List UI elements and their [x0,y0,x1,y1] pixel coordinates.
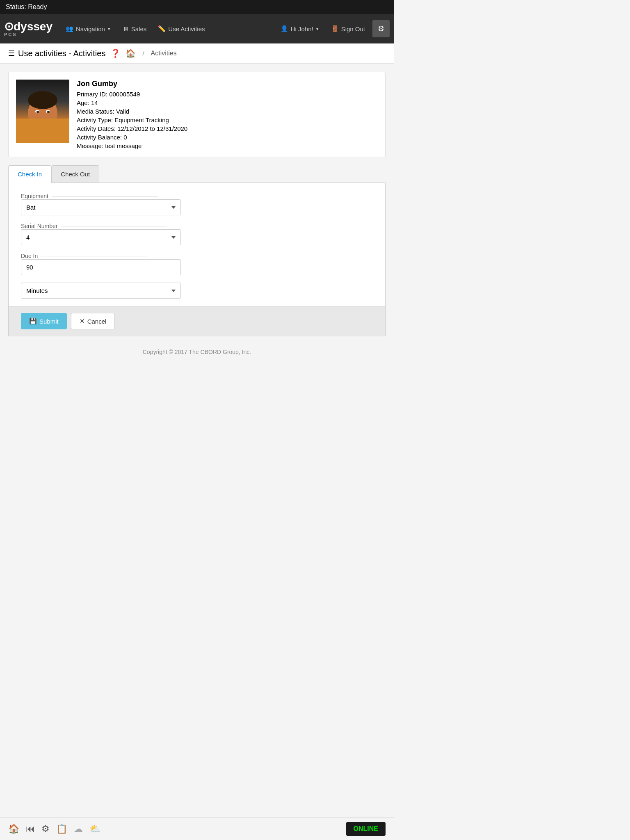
svg-point-4 [28,91,57,109]
tabs: Check In Check Out [8,165,386,183]
bottom-bar: 🏠 ⏮ ⚙ 📋 ☁ ⛅ ONLINE [0,817,394,840]
person-info: Jon Gumby Primary ID: 000005549 Age: 14 … [77,80,187,149]
breadcrumb: Activities [151,50,177,57]
person-message: Message: test message [77,142,187,149]
equipment-label-line: Equipment [21,193,373,199]
nav-sales[interactable]: 🖥 Sales [117,14,153,43]
tab-checkin-label: Check In [18,171,42,178]
svg-point-7 [37,111,39,113]
svg-rect-2 [37,123,48,135]
bottom-home-icon[interactable]: 🏠 [8,824,19,834]
person-activity-type: Activity Type: Equipment Tracking [77,116,187,123]
equipment-group: Equipment Bat [21,193,373,215]
nav-sales-label: Sales [131,25,147,32]
help-icon[interactable]: ❓ [110,48,121,58]
person-photo [16,80,69,143]
logo[interactable]: ⊙dyssey PCS [4,21,52,37]
due-in-label: Due In [21,253,41,259]
time-unit-select[interactable]: Minutes Hours Days [21,283,181,299]
sales-icon: 🖥 [123,25,129,32]
person-activity-dates: Activity Dates: 12/12/2012 to 12/31/2020 [77,125,187,132]
bottom-back-icon[interactable]: ⏮ [26,824,35,834]
person-primary-id: Primary ID: 000005549 [77,91,187,98]
cancel-label: Cancel [87,318,107,325]
chevron-down-icon: ▼ [107,27,111,31]
bottom-settings-icon[interactable]: ⚙ [41,824,50,834]
tab-checkin[interactable]: Check In [8,165,51,183]
user-icon: 👤 [281,25,288,32]
nav-use-activities[interactable]: ✏️ Use Activities [152,14,210,43]
main-content: Jon Gumby Primary ID: 000005549 Age: 14 … [0,64,394,372]
equipment-label: Equipment [21,193,52,199]
person-name: Jon Gumby [77,80,187,88]
submit-button[interactable]: 💾 Submit [21,313,67,329]
serial-label-line: Serial Number [21,223,373,229]
cancel-button[interactable]: ✕ Cancel [71,313,115,329]
navbar: ⊙dyssey PCS 👥 Navigation ▼ 🖥 Sales ✏️ Us… [0,14,394,43]
status-bar: Status: Ready [0,0,394,14]
form-actions: 💾 Submit ✕ Cancel [9,306,385,336]
svg-point-1 [20,127,65,143]
nav-user-label: Hi John! [291,25,313,32]
use-activities-icon: ✏️ [158,25,166,32]
logo-main: ⊙dyssey [4,21,52,32]
bottom-upload-icon[interactable]: ☁ [74,824,83,834]
person-media-status: Media Status: Valid [77,108,187,115]
due-in-label-line: Due In [21,253,373,259]
bottom-book-icon[interactable]: 📋 [56,824,67,834]
nav-navigation[interactable]: 👥 Navigation ▼ [60,14,117,43]
copyright-text: Copyright © 2017 The CBORD Group, Inc. [143,349,251,355]
serial-number-select[interactable]: 4 [21,229,181,245]
svg-marker-10 [41,126,44,128]
cancel-icon: ✕ [80,317,85,325]
person-activity-balance: Activity Balance: 0 [77,134,187,141]
tab-checkout[interactable]: Check Out [51,165,99,183]
page-title-text: Use activities - Activities [18,49,105,58]
nav-user[interactable]: 👤 Hi John! ▼ [275,14,325,43]
serial-number-label: Serial Number [21,223,61,229]
status-text: Status: Ready [6,3,47,10]
equipment-select[interactable]: Bat [21,199,181,215]
person-age: Age: 14 [77,99,187,106]
online-label: ONLINE [354,825,378,832]
settings-button[interactable]: ⚙ [372,20,390,37]
settings-icon: ⚙ [378,24,384,33]
nav-sign-out[interactable]: 🚪 Sign Out [325,14,371,43]
due-in-input[interactable] [21,259,181,275]
tab-checkout-label: Check Out [61,171,90,178]
list-icon: ☰ [8,49,15,58]
serial-number-group: Serial Number 4 [21,223,373,245]
submit-icon: 💾 [29,317,37,325]
nav-sign-out-label: Sign Out [341,25,365,32]
page-header: ☰ Use activities - Activities ❓ 🏠 / Acti… [0,43,394,64]
home-icon[interactable]: 🏠 [126,48,136,58]
nav-navigation-label: Navigation [76,25,105,32]
svg-point-8 [47,111,50,113]
submit-label: Submit [39,318,59,325]
svg-marker-9 [41,129,44,139]
bottom-download-icon[interactable]: ⛅ [89,824,100,834]
online-badge: ONLINE [346,822,386,836]
due-in-group: Due In [21,253,373,275]
sign-out-icon: 🚪 [331,25,339,32]
form-panel: Equipment Bat Serial Number 4 Due In [8,183,386,336]
user-chevron-icon: ▼ [315,27,320,31]
person-card: Jon Gumby Primary ID: 000005549 Age: 14 … [8,72,386,157]
navigation-icon: 👥 [66,25,73,32]
logo-sub: PCS [4,32,17,37]
time-unit-group: Minutes Hours Days [21,283,373,299]
page-title: ☰ Use activities - Activities [8,49,105,58]
breadcrumb-separator: / [142,50,144,57]
footer: Copyright © 2017 The CBORD Group, Inc. [8,336,386,363]
nav-use-activities-label: Use Activities [168,25,205,32]
